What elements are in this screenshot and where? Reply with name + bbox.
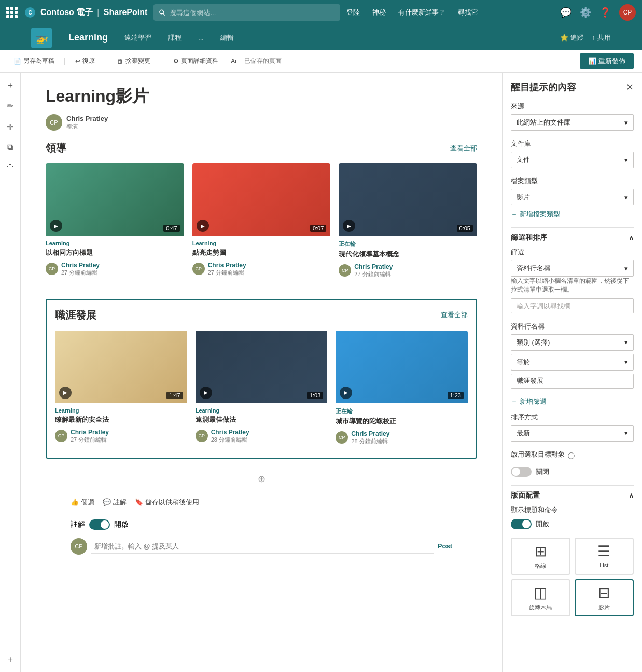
video-author-name: Chris Pratley	[208, 262, 246, 269]
plus-icon: ＋	[511, 210, 518, 219]
user-avatar[interactable]: CP	[619, 4, 636, 21]
sitenav-courses[interactable]: 課程	[168, 33, 182, 43]
panel-close-btn[interactable]: ✕	[626, 81, 634, 93]
nav-link-login[interactable]: 登陸	[346, 8, 360, 17]
show-title-toggle-label: 開啟	[536, 519, 549, 529]
nav-link-mystery[interactable]: 神秘	[372, 8, 386, 17]
video-author-time: 27 分鐘前編輯	[354, 270, 393, 278]
leadership-viewall-link[interactable]: 查看全部	[450, 144, 477, 153]
sort-select[interactable]: 最新 ▾	[511, 425, 634, 442]
play-button[interactable]: ▶	[200, 387, 212, 399]
publish-btn[interactable]: 📊 重新發佈	[580, 53, 634, 69]
show-title-toggle-row: 開啟	[511, 519, 634, 529]
comment-btn[interactable]: 💬 註解	[103, 498, 127, 507]
filter-value-input[interactable]	[511, 374, 634, 389]
copy-tool-btn[interactable]: ⧉	[2, 139, 19, 156]
show-title-section: 顯示標題和命令 開啟	[511, 505, 634, 529]
video-category: Learning	[55, 407, 187, 414]
equals-select[interactable]: 等於 ▾	[511, 354, 634, 371]
sitenav-follow[interactable]: ⭐ 追蹤	[560, 33, 584, 43]
layout-carousel-option[interactable]: ◫ 旋轉木馬	[511, 579, 570, 616]
add-filetype-link[interactable]: ＋ 新增檔案類型	[511, 210, 634, 219]
audience-toggle-row: 關閉	[511, 467, 634, 477]
restore-btn[interactable]: ↩ 復原	[70, 54, 100, 67]
comment-input[interactable]	[91, 539, 434, 554]
video-author-name: Chris Pratley	[351, 430, 389, 437]
career-viewall-link[interactable]: 查看全部	[441, 310, 468, 320]
help-icon-btn[interactable]: ❓	[599, 7, 611, 18]
discard-icon: 🗑	[117, 58, 123, 65]
page-editor: Learning影片 CP Chris Pratley 導演 領導 查看全部	[21, 73, 502, 571]
comment-user-avatar: CP	[71, 538, 87, 555]
search-input[interactable]	[170, 9, 335, 17]
library-select[interactable]: 文件 ▾	[511, 152, 634, 168]
add-section-bottom-btn[interactable]: ＋	[2, 651, 19, 668]
layout-list-option[interactable]: ☰ List	[575, 538, 634, 575]
settings-icon-btn[interactable]: ⚙️	[580, 7, 591, 18]
source-select[interactable]: 此網站上的文件庫 ▾	[511, 114, 634, 131]
save-later-btn[interactable]: 🔖 儲存以供稍後使用	[135, 498, 199, 507]
waffle-icon[interactable]	[6, 7, 18, 18]
play-button[interactable]: ▶	[50, 220, 62, 232]
delete-tool-btn[interactable]: 🗑	[2, 160, 19, 176]
sitenav-more[interactable]: ...	[198, 34, 204, 42]
filter-column-select[interactable]: 資料行名稱 ▾	[511, 260, 634, 277]
panel-title: 醒目提示的內容	[511, 81, 576, 93]
leadership-title: 領導	[46, 141, 66, 155]
video-author-time: 27 分鐘前編輯	[71, 436, 109, 444]
edit-tool-btn[interactable]: ✏	[2, 98, 19, 114]
play-button[interactable]: ▶	[343, 220, 355, 232]
video-thumbnail: ▶ 0:07	[192, 163, 331, 236]
video-thumbnail: ▶ 0:05	[339, 163, 477, 236]
play-button[interactable]: ▶	[59, 387, 72, 399]
discard-btn[interactable]: 🗑 捨棄變更	[112, 54, 156, 67]
sitenav-remote-learning[interactable]: 遠端學習	[124, 33, 151, 43]
video-author-name: Chris Pratley	[354, 263, 393, 270]
nav-link-news[interactable]: 有什麼新鮮事？	[398, 8, 445, 17]
leadership-section: 領導 查看全部 ▶ 0:47 Learning 以相同方向標題	[46, 141, 477, 282]
product-name: SharePoint	[104, 8, 147, 17]
post-comment-btn[interactable]: Post	[438, 542, 452, 550]
play-button[interactable]: ▶	[340, 387, 352, 399]
logo-icon: C	[24, 6, 36, 19]
chevron-down-icon: ▾	[624, 156, 628, 164]
video-title: 遠測最佳做法	[196, 416, 328, 424]
video-author-time: 28 分鐘前編輯	[211, 436, 249, 444]
audience-toggle[interactable]	[511, 467, 532, 477]
show-title-toggle[interactable]	[511, 519, 532, 529]
sitenav-edit[interactable]: 編輯	[220, 33, 234, 43]
video-author-avatar: CP	[339, 264, 351, 277]
add-section-top-btn[interactable]: ＋	[2, 77, 19, 93]
layout-grid-option[interactable]: ⊞ 格線	[511, 538, 570, 575]
video-meta: 正在輪 城市導覽的陀螺校正 CP Chris Pratley 28 分鐘前編輯	[336, 403, 468, 449]
career-section: 職涯發展 查看全部 ▶ 1:47 Learning 瞭解最新的安全法	[46, 299, 477, 459]
move-tool-btn[interactable]: ✛	[2, 118, 19, 135]
layout-accordion[interactable]: 版面配置 ∧	[511, 485, 634, 505]
video-layout-icon: ⊟	[598, 584, 610, 601]
save-draft-btn[interactable]: 📄 另存為草稿	[8, 54, 60, 67]
sitenav-share[interactable]: ↑ 共用	[592, 33, 611, 43]
video-author-avatar: CP	[336, 431, 348, 444]
nav-link-find[interactable]: 尋找它	[458, 8, 478, 17]
video-author-row: CP Chris Pratley 27 分鐘前編輯	[55, 429, 187, 444]
play-button[interactable]: ▶	[197, 220, 209, 232]
layout-video-option[interactable]: ⊟ 影片	[575, 579, 634, 616]
filetype-section: 檔案類型 影片 ▾ ＋ 新增檔案類型	[511, 176, 634, 219]
filter-sort-accordion[interactable]: 篩選和排序 ∧	[511, 227, 634, 248]
search-box[interactable]	[153, 4, 340, 21]
audience-section: 啟用選取目標對象 ⓘ 關閉	[511, 450, 634, 477]
video-duration: 1:23	[448, 392, 464, 399]
comment-toggle[interactable]	[89, 519, 110, 530]
right-panel: 醒目提示的內容 ✕ 來源 此網站上的文件庫 ▾ 文件庫 文件 ▾ 檔案類型 影片…	[502, 73, 642, 672]
add-filter-link[interactable]: ＋ 新增篩選	[511, 397, 634, 406]
filetype-select[interactable]: 影片 ▾	[511, 189, 634, 205]
chevron-down-icon: ▾	[624, 119, 628, 127]
page-details-btn[interactable]: ⚙ 頁面詳細資料	[168, 54, 224, 67]
chat-icon-btn[interactable]: 💬	[560, 7, 571, 18]
restore-icon: ↩	[75, 58, 80, 65]
ar-btn[interactable]: Ar	[226, 56, 242, 67]
like-btn[interactable]: 👍 個讚	[71, 498, 94, 507]
filter-search-input[interactable]	[511, 298, 634, 313]
condition-select[interactable]: 類別 (選擇) ▾	[511, 334, 634, 351]
video-card: ▶ 1:47 Learning 瞭解最新的安全法 CP Chris Pratle…	[55, 331, 187, 449]
